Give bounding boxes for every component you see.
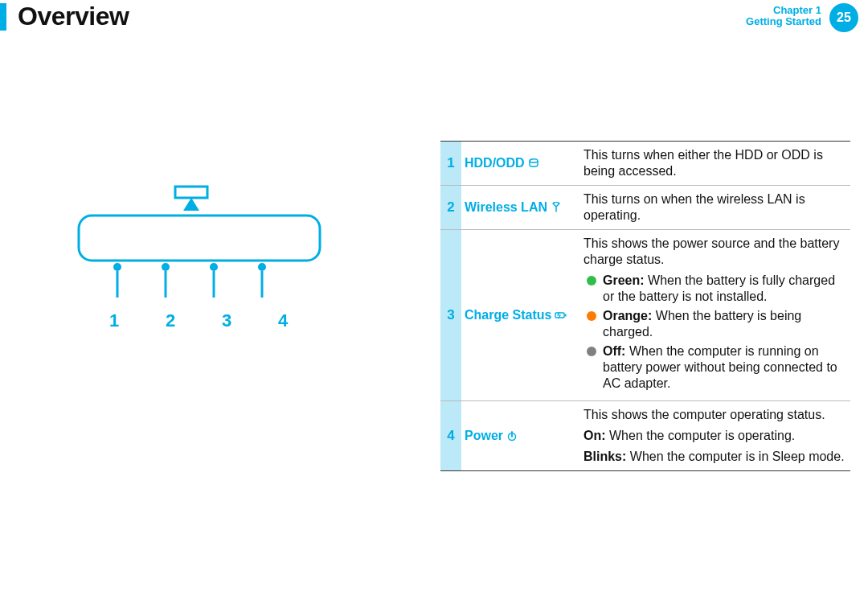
chapter-name: Getting Started <box>746 16 821 27</box>
page-number-badge: 25 <box>829 3 858 32</box>
page-header: Overview Chapter 1 Getting Started 25 <box>0 0 868 32</box>
row-number: 2 <box>440 186 461 229</box>
status-bullet-orange: Orange: When the battery is being charge… <box>587 308 845 340</box>
state-on: On: When the computer is operating. <box>583 428 845 444</box>
bullet-text: Off: When the computer is running on bat… <box>603 343 845 392</box>
indicator-label: Wireless LAN <box>465 199 547 216</box>
indicator-name-hdd: HDD/ODD <box>461 142 577 185</box>
indicator-desc: This turns on when the wireless LAN is o… <box>577 186 850 229</box>
desc-text: This turns on when the wireless LAN is o… <box>583 191 845 224</box>
page-number: 25 <box>837 10 851 26</box>
indicator-label: HDD/ODD <box>465 155 525 171</box>
callout-1: 1 <box>106 310 122 332</box>
status-bullet-off: Off: When the computer is running on bat… <box>587 343 845 392</box>
dot-grey-icon <box>587 347 596 356</box>
svg-point-6 <box>258 263 266 271</box>
diagram-callout-numbers: 1 2 3 4 <box>74 310 331 332</box>
title-accent-bar <box>0 3 6 31</box>
table-row: 1 HDD/ODD This turns when either the HDD… <box>440 142 850 186</box>
indicator-desc: This shows the computer operating status… <box>577 401 850 470</box>
callout-2: 2 <box>162 310 178 332</box>
bullet-text: Green: When the battery is fully charged… <box>603 273 845 305</box>
desc-text: This turns when either the HDD or ODD is… <box>583 147 845 179</box>
table-row: 4 Power This shows the computer operatin… <box>440 401 850 470</box>
svg-point-4 <box>162 263 170 271</box>
indicator-strip-svg <box>74 185 331 322</box>
indicator-label: Charge Status <box>465 307 551 323</box>
page-title: Overview <box>18 0 129 32</box>
callout-3: 3 <box>219 310 235 332</box>
row-number: 1 <box>440 142 461 185</box>
table-row: 2 Wireless LAN This turns on when the wi… <box>440 186 850 230</box>
svg-rect-0 <box>175 187 207 198</box>
indicator-name-power: Power <box>461 401 577 470</box>
cylinder-icon <box>528 158 539 169</box>
svg-point-3 <box>113 263 121 271</box>
desc-intro: This shows the power source and the batt… <box>583 236 845 268</box>
indicator-desc: This turns when either the HDD or ODD is… <box>577 142 850 185</box>
table-row: 3 Charge Status This shows the power sou… <box>440 230 850 401</box>
chapter-info: Chapter 1 Getting Started <box>746 5 821 28</box>
indicator-desc: This shows the power source and the batt… <box>577 230 850 400</box>
power-icon <box>506 430 518 441</box>
desc-intro: This shows the computer operating status… <box>583 407 845 423</box>
antenna-icon <box>551 202 562 213</box>
svg-marker-1 <box>183 198 199 211</box>
svg-point-5 <box>210 263 218 271</box>
row-number: 3 <box>440 230 461 400</box>
chapter-number: Chapter 1 <box>746 5 821 16</box>
indicator-table: 1 HDD/ODD This turns when either the HDD… <box>440 141 850 471</box>
row-number: 4 <box>440 401 461 470</box>
dot-green-icon <box>587 276 596 285</box>
svg-rect-13 <box>565 314 567 317</box>
battery-charge-icon <box>555 310 567 321</box>
svg-point-11 <box>530 159 538 162</box>
callout-4: 4 <box>275 310 291 332</box>
status-bullet-green: Green: When the battery is fully charged… <box>587 273 845 305</box>
bullet-text: Orange: When the battery is being charge… <box>603 308 845 340</box>
svg-rect-2 <box>79 216 320 261</box>
indicator-diagram: 1 2 3 4 <box>74 185 331 362</box>
state-blinks: Blinks: When the computer is in Sleep mo… <box>583 449 845 465</box>
dot-orange-icon <box>587 311 596 321</box>
page-content: 1 2 3 4 1 HDD/ODD This turns when either… <box>0 32 868 579</box>
indicator-name-charge: Charge Status <box>461 230 577 400</box>
indicator-name-wlan: Wireless LAN <box>461 186 577 229</box>
indicator-label: Power <box>465 428 503 444</box>
